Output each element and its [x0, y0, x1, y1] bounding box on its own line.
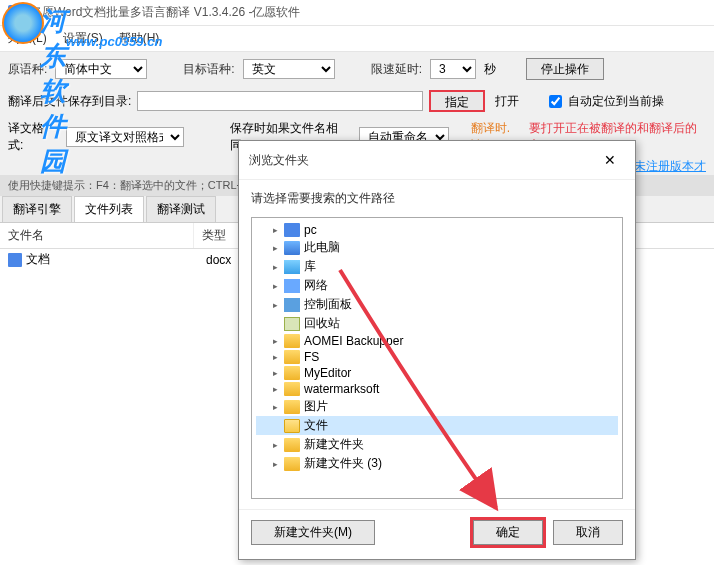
- tab-files[interactable]: 文件列表: [74, 196, 144, 222]
- folder-icon: [284, 400, 300, 414]
- tree-item-label: 回收站: [304, 315, 340, 332]
- expand-icon[interactable]: ▸: [270, 459, 280, 469]
- file-name: 文档: [26, 251, 202, 268]
- recycle-icon: [284, 317, 300, 331]
- delay-label: 限速延时:: [371, 61, 422, 78]
- lib-icon: [284, 260, 300, 274]
- tree-item[interactable]: 回收站: [256, 314, 618, 333]
- tgt-lang-select[interactable]: 英文: [243, 59, 335, 79]
- dialog-label: 请选择需要搜索的文件路径: [251, 190, 623, 207]
- delay-unit: 秒: [484, 61, 496, 78]
- dialog-titlebar: 浏览文件夹 ✕: [239, 141, 635, 180]
- src-lang-label: 原语种:: [8, 61, 47, 78]
- tree-item[interactable]: ▸AOMEI Backupper: [256, 333, 618, 349]
- folder-icon: [284, 438, 300, 452]
- tree-item[interactable]: ▸新建文件夹 (3): [256, 454, 618, 473]
- expand-icon[interactable]: ▸: [270, 402, 280, 412]
- tree-item-label: 库: [304, 258, 316, 275]
- col-filename[interactable]: 文件名: [0, 223, 194, 248]
- drive-icon: [284, 241, 300, 255]
- format-label: 译文格式:: [8, 120, 58, 154]
- col-type[interactable]: 类型: [194, 223, 244, 248]
- auto-locate-checkbox[interactable]: [549, 95, 562, 108]
- format-select[interactable]: 原文译文对照格式: [66, 127, 184, 147]
- tgt-lang-label: 目标语种:: [183, 61, 234, 78]
- dialog-title: 浏览文件夹: [249, 152, 309, 169]
- menu-settings[interactable]: 设置(S): [63, 30, 103, 47]
- tree-item-label: 控制面板: [304, 296, 352, 313]
- toolbar-row1: 原语种: 简体中文 目标语种: 英文 限速延时: 3 秒 停止操作: [0, 52, 714, 86]
- tree-item[interactable]: ▸此电脑: [256, 238, 618, 257]
- tree-item[interactable]: ▸MyEditor: [256, 365, 618, 381]
- select-folder-button[interactable]: 指定: [429, 90, 485, 112]
- tree-item[interactable]: ▸pc: [256, 222, 618, 238]
- tree-item-label: watermarksoft: [304, 382, 379, 396]
- expand-icon[interactable]: ▸: [270, 336, 280, 346]
- tab-engine[interactable]: 翻译引擎: [2, 196, 72, 222]
- tree-item[interactable]: ▸控制面板: [256, 295, 618, 314]
- tree-item-label: 新建文件夹: [304, 436, 364, 453]
- menu-view[interactable]: 列表(L): [8, 30, 47, 47]
- src-lang-select[interactable]: 简体中文: [55, 59, 147, 79]
- expand-icon[interactable]: ▸: [270, 384, 280, 394]
- window-titlebar: W 亿愿Word文档批量多语言翻译 V1.3.4.26 -亿愿软件: [0, 0, 714, 26]
- cancel-button[interactable]: 取消: [553, 520, 623, 545]
- tree-item[interactable]: ▸网络: [256, 276, 618, 295]
- ctrl-icon: [284, 298, 300, 312]
- tree-item-label: 网络: [304, 277, 328, 294]
- auto-locate-label: 自动定位到当前操: [568, 93, 664, 110]
- folder-icon: [284, 350, 300, 364]
- pc-icon: [284, 223, 300, 237]
- folder-icon: [284, 382, 300, 396]
- expand-icon[interactable]: ▸: [270, 368, 280, 378]
- file-type: docx: [206, 253, 231, 267]
- menu-bar: 列表(L) 设置(S) 帮助(H): [0, 26, 714, 52]
- close-icon[interactable]: ✕: [595, 149, 625, 171]
- ok-button[interactable]: 确定: [473, 520, 543, 545]
- tab-test[interactable]: 翻译测试: [146, 196, 216, 222]
- tree-item-label: 此电脑: [304, 239, 340, 256]
- dialog-footer: 新建文件夹(M) 确定 取消: [239, 509, 635, 555]
- new-folder-button[interactable]: 新建文件夹(M): [251, 520, 375, 545]
- tree-item[interactable]: 文件: [256, 416, 618, 435]
- expand-icon[interactable]: ▸: [270, 225, 280, 235]
- tree-item-label: 图片: [304, 398, 328, 415]
- save-path-input[interactable]: [137, 91, 423, 111]
- tree-item[interactable]: ▸库: [256, 257, 618, 276]
- expand-icon[interactable]: ▸: [270, 352, 280, 362]
- tree-item-label: pc: [304, 223, 317, 237]
- expand-icon[interactable]: ▸: [270, 281, 280, 291]
- tree-item[interactable]: ▸新建文件夹: [256, 435, 618, 454]
- unregistered-link[interactable]: 未注册版本才: [634, 159, 706, 173]
- folder-icon: [284, 334, 300, 348]
- tree-item-label: 新建文件夹 (3): [304, 455, 382, 472]
- net-icon: [284, 279, 300, 293]
- stop-button[interactable]: 停止操作: [526, 58, 604, 80]
- tree-item-label: AOMEI Backupper: [304, 334, 403, 348]
- tree-item[interactable]: ▸图片: [256, 397, 618, 416]
- tree-item[interactable]: ▸watermarksoft: [256, 381, 618, 397]
- expand-icon[interactable]: ▸: [270, 262, 280, 272]
- delay-select[interactable]: 3: [430, 59, 476, 79]
- tree-item-label: 文件: [304, 417, 328, 434]
- folder-tree[interactable]: ▸pc▸此电脑▸库▸网络▸控制面板回收站▸AOMEI Backupper▸FS▸…: [251, 217, 623, 499]
- browse-folder-dialog: 浏览文件夹 ✕ 请选择需要搜索的文件路径 ▸pc▸此电脑▸库▸网络▸控制面板回收…: [238, 140, 636, 560]
- tree-item[interactable]: ▸FS: [256, 349, 618, 365]
- app-icon: W: [8, 5, 24, 21]
- open-link[interactable]: 打开: [495, 93, 519, 110]
- expand-icon[interactable]: ▸: [270, 300, 280, 310]
- tree-item-label: FS: [304, 350, 319, 364]
- tree-item-label: MyEditor: [304, 366, 351, 380]
- save-path-label: 翻译后文件保存到目录:: [8, 93, 131, 110]
- folder-icon: [284, 366, 300, 380]
- menu-help[interactable]: 帮助(H): [119, 30, 160, 47]
- folder-icon: [284, 457, 300, 471]
- word-file-icon: [8, 253, 22, 267]
- window-title: 亿愿Word文档批量多语言翻译 V1.3.4.26 -亿愿软件: [30, 4, 301, 21]
- folder-open-icon: [284, 419, 300, 433]
- expand-icon[interactable]: ▸: [270, 243, 280, 253]
- toolbar-row2: 翻译后文件保存到目录: 指定 打开 自动定位到当前操: [0, 86, 714, 116]
- expand-icon[interactable]: ▸: [270, 440, 280, 450]
